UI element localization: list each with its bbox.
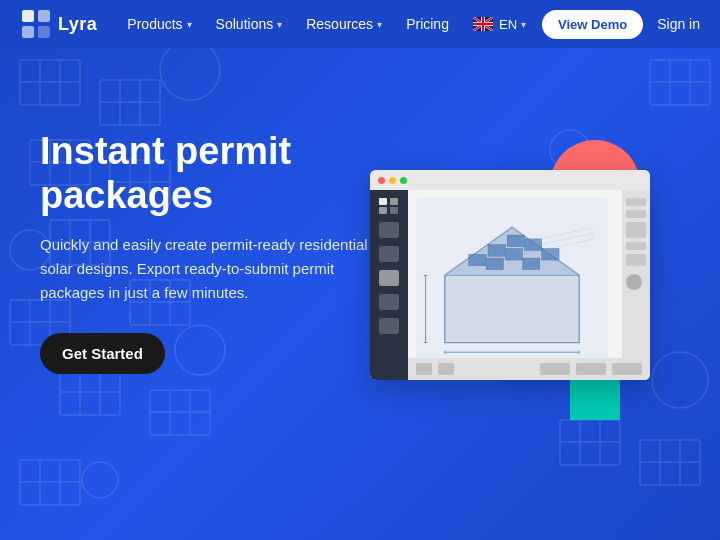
svg-rect-66 (390, 207, 398, 214)
sidebar-tool-4 (379, 294, 399, 310)
app-main-area (408, 190, 650, 380)
app-sidebar (370, 190, 408, 380)
sidebar-tool-1 (379, 222, 399, 238)
nav-item-resources[interactable]: Resources ▾ (296, 10, 392, 38)
svg-rect-72 (486, 258, 503, 270)
hero-content: Instant permit packages Quickly and easi… (40, 130, 370, 374)
svg-rect-65 (390, 198, 398, 205)
bottom-btn-2 (438, 363, 454, 375)
titlebar-close-dot (378, 177, 385, 184)
bottom-btn-1 (416, 363, 432, 375)
svg-rect-70 (488, 245, 505, 257)
view-demo-button[interactable]: View Demo (542, 10, 643, 39)
panel-bar-1 (626, 198, 646, 206)
panel-bar-5 (626, 254, 646, 266)
logo[interactable]: Lyra (20, 8, 97, 40)
svg-rect-58 (22, 10, 34, 22)
nav-item-products[interactable]: Products ▾ (117, 10, 201, 38)
nav-item-pricing[interactable]: Pricing (396, 10, 459, 38)
svg-rect-71 (507, 235, 524, 247)
chevron-down-icon: ▾ (187, 19, 192, 30)
navbar: Lyra Products ▾ Solutions ▾ Resources ▾ … (0, 0, 720, 48)
language-selector[interactable]: EN ▾ (465, 11, 534, 38)
svg-rect-63 (379, 198, 387, 205)
hero-section: Lyra Products ▾ Solutions ▾ Resources ▾ … (0, 0, 720, 540)
app-bottom-toolbar (408, 358, 650, 380)
app-right-panel (622, 190, 650, 380)
signin-link[interactable]: Sign in (657, 16, 700, 32)
titlebar-expand-dot (400, 177, 407, 184)
panel-bar-3 (626, 222, 646, 238)
svg-rect-64 (379, 207, 387, 214)
titlebar-minimize-dot (389, 177, 396, 184)
svg-rect-74 (524, 239, 541, 251)
nav-item-solutions[interactable]: Solutions ▾ (206, 10, 293, 38)
sidebar-logo-icon (379, 198, 399, 214)
chevron-down-icon: ▾ (521, 19, 526, 30)
svg-point-43 (82, 462, 118, 498)
solar-design-svg (416, 198, 608, 372)
panel-circle-icon (626, 274, 642, 290)
chevron-down-icon: ▾ (377, 19, 382, 30)
bottom-btn-3 (540, 363, 570, 375)
chevron-down-icon: ▾ (277, 19, 282, 30)
app-canvas (416, 198, 608, 372)
svg-rect-61 (38, 26, 50, 38)
nav-menu: Products ▾ Solutions ▾ Resources ▾ Prici… (117, 10, 465, 38)
sidebar-tool-2 (379, 246, 399, 262)
app-window-mockup (370, 170, 650, 380)
hero-title: Instant permit packages (40, 130, 370, 217)
logo-icon (20, 8, 52, 40)
svg-rect-76 (542, 249, 559, 261)
logo-text: Lyra (58, 14, 97, 35)
svg-point-40 (160, 40, 220, 100)
bottom-btn-4 (576, 363, 606, 375)
svg-rect-59 (22, 26, 34, 38)
svg-rect-60 (38, 10, 50, 22)
hero-illustration (360, 60, 700, 460)
bottom-btn-5 (612, 363, 642, 375)
panel-bar-4 (626, 242, 646, 250)
window-titlebar (370, 170, 650, 190)
flag-icon (473, 17, 493, 31)
svg-rect-75 (523, 258, 540, 270)
hero-subtitle: Quickly and easily create permit-ready r… (40, 233, 370, 305)
get-started-button[interactable]: Get Started (40, 333, 165, 374)
sidebar-tool-3 (379, 270, 399, 286)
sidebar-tool-5 (379, 318, 399, 334)
panel-bar-2 (626, 210, 646, 218)
